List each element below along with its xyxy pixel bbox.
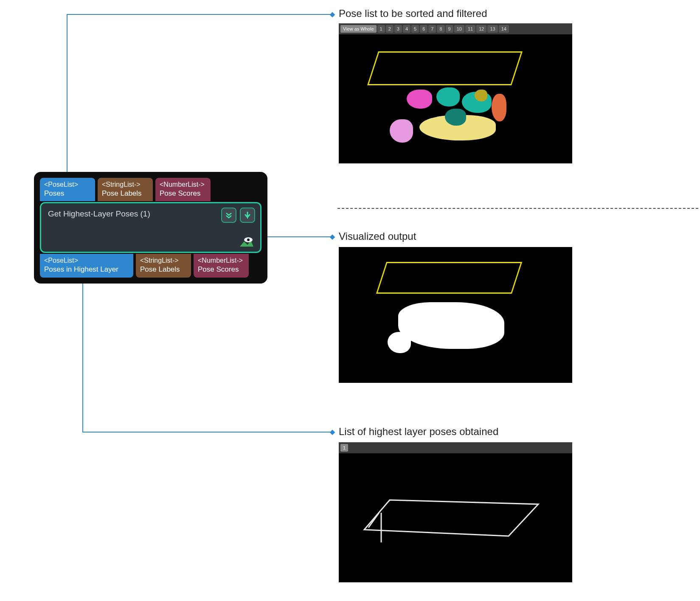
viewer-output-poses[interactable]: 1 (339, 442, 572, 582)
viewer-tab-bar: View as Whole 1 2 3 4 5 6 7 8 9 10 11 12… (339, 23, 572, 34)
section-divider (337, 208, 698, 209)
viewer-canvas (339, 247, 572, 383)
viewer-tab[interactable]: 4 (403, 25, 410, 33)
callout-input-label: Pose list to be sorted and filtered (339, 8, 487, 20)
viewer-tab[interactable]: 2 (386, 25, 394, 33)
port-type: <NumberList-> (198, 256, 245, 265)
svg-rect-0 (330, 12, 335, 17)
node-get-highest-layer-poses: <PoseList> Poses <StringList-> Pose Labe… (34, 172, 267, 284)
viewer-tab[interactable]: 14 (499, 25, 509, 33)
svg-point-4 (247, 218, 248, 219)
input-port-pose-scores[interactable]: <NumberList-> Pose Scores (155, 178, 211, 201)
viewer-tab[interactable]: 13 (487, 25, 498, 33)
viewer-visualized-output[interactable] (339, 247, 572, 383)
run-button[interactable] (240, 208, 255, 223)
viewer-tab[interactable]: 1 (377, 25, 385, 33)
viewer-tab[interactable]: 5 (411, 25, 419, 33)
output-port-poses-highest-layer[interactable]: <PoseList> Poses in Highest Layer (40, 254, 133, 277)
port-name: Pose Scores (198, 265, 245, 274)
viewer-tab[interactable]: 3 (394, 25, 402, 33)
input-ports-row: <PoseList> Poses <StringList-> Pose Labe… (40, 178, 261, 201)
port-name: Pose Labels (140, 265, 187, 274)
port-type: <PoseList> (44, 256, 129, 265)
output-port-pose-labels[interactable]: <StringList-> Pose Labels (136, 254, 191, 277)
viewer-tab[interactable]: 10 (454, 25, 464, 33)
visualize-eye-icon[interactable] (239, 237, 254, 248)
node-body[interactable]: Get Highest-Layer Poses (1) (40, 202, 261, 253)
viewer-tab-bar: 1 (339, 442, 572, 453)
viewer-tab[interactable]: 7 (428, 25, 436, 33)
input-port-pose-labels[interactable]: <StringList-> Pose Labels (98, 178, 153, 201)
svg-rect-2 (330, 234, 335, 240)
callout-visualized-label: Visualized output (339, 230, 416, 242)
viewer-tab[interactable]: 6 (420, 25, 427, 33)
port-name: Pose Labels (102, 189, 149, 198)
port-type: <NumberList-> (160, 180, 206, 189)
viewer-input-poses[interactable]: View as Whole 1 2 3 4 5 6 7 8 9 10 11 12… (339, 23, 572, 163)
viewer-tab-whole[interactable]: View as Whole (340, 25, 377, 33)
expand-button[interactable] (221, 208, 236, 223)
viewer-canvas (339, 453, 572, 582)
viewer-canvas (339, 34, 572, 163)
svg-rect-3 (330, 430, 335, 435)
viewer-tab[interactable]: 8 (437, 25, 444, 33)
port-type: <PoseList> (44, 180, 91, 189)
output-port-pose-scores[interactable]: <NumberList-> Pose Scores (194, 254, 249, 277)
output-ports-row: <PoseList> Poses in Highest Layer <Strin… (40, 254, 261, 277)
svg-point-6 (247, 239, 250, 241)
port-name: Poses (44, 189, 91, 198)
input-port-poses[interactable]: <PoseList> Poses (40, 178, 95, 201)
chevrons-down-icon (225, 211, 233, 219)
arrow-down-icon (244, 211, 251, 219)
callout-output-label: List of highest layer poses obtained (339, 426, 498, 438)
port-type: <StringList-> (102, 180, 149, 189)
viewer-tab[interactable]: 9 (446, 25, 453, 33)
viewer-tab[interactable]: 11 (465, 25, 475, 33)
port-name: Poses in Highest Layer (44, 265, 129, 274)
viewer-tab[interactable]: 12 (476, 25, 486, 33)
port-name: Pose Scores (160, 189, 206, 198)
viewer-tab[interactable]: 1 (340, 444, 348, 452)
port-type: <StringList-> (140, 256, 187, 265)
